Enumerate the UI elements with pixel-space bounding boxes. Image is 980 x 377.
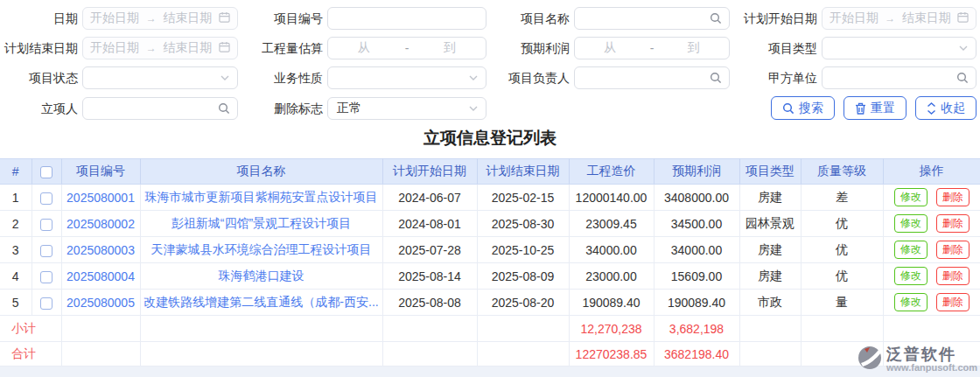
edit-button[interactable]: 修改 bbox=[894, 214, 928, 233]
project-type-select[interactable] bbox=[822, 37, 976, 59]
start-date-placeholder: 开始日期 bbox=[90, 10, 139, 26]
edit-button[interactable]: 修改 bbox=[894, 188, 928, 206]
plan-start-range-picker[interactable]: 开始日期 → 结束日期 bbox=[822, 7, 976, 30]
plan-start-date: 2025-08-14 bbox=[382, 263, 477, 290]
row-checkbox[interactable] bbox=[40, 245, 52, 257]
initiator-input[interactable] bbox=[83, 98, 218, 119]
expected-profit: 190089.40 bbox=[654, 290, 739, 316]
expected-profit: 3408000.00 bbox=[654, 185, 739, 211]
col-project-name: 项目名称 bbox=[140, 159, 382, 185]
row-checkbox[interactable] bbox=[40, 297, 52, 310]
project-code-link[interactable]: 2025080004 bbox=[66, 269, 135, 283]
project-name-input[interactable] bbox=[575, 8, 710, 29]
expected-profit: 15609.00 bbox=[654, 263, 739, 290]
table-header-row: # 项目编号 项目名称 计划开始日期 计划结束日期 工程造价 预期利润 项目类型… bbox=[0, 159, 980, 185]
trash-icon bbox=[855, 102, 866, 115]
select-all-checkbox[interactable] bbox=[40, 166, 52, 178]
search-icon[interactable] bbox=[218, 102, 230, 115]
project-list-table: # 项目编号 项目名称 计划开始日期 计划结束日期 工程造价 预期利润 项目类型… bbox=[0, 158, 980, 367]
plan-end-date: 2025-08-20 bbox=[477, 290, 569, 316]
client-unit-input[interactable] bbox=[822, 67, 956, 88]
delete-flag-value: 正常 bbox=[328, 101, 468, 116]
quality-grade: 优 bbox=[801, 237, 883, 263]
delete-flag-select[interactable]: 正常 bbox=[327, 97, 486, 120]
initiator-field-wrap bbox=[82, 97, 238, 120]
plan-end-range-picker[interactable]: 开始日期 → 结束日期 bbox=[82, 37, 238, 59]
business-nature-select[interactable] bbox=[327, 66, 486, 89]
vendor-watermark: 泛普软件 www.fanpusoft.com bbox=[856, 344, 977, 375]
search-button[interactable]: 搜索 bbox=[771, 96, 835, 120]
project-cost: 34000.00 bbox=[569, 237, 654, 263]
project-code-link[interactable]: 2025080003 bbox=[66, 243, 135, 257]
quantity-estimate-range[interactable]: 从 - 到 bbox=[327, 37, 486, 59]
collapse-button[interactable]: 收起 bbox=[915, 96, 976, 120]
project-cost: 23000.00 bbox=[569, 263, 654, 290]
subtotal-row: 小计 12,270,238 3,682,198 bbox=[0, 316, 980, 342]
plan-end-date: 2025-08-09 bbox=[477, 263, 569, 290]
search-icon bbox=[782, 102, 794, 115]
project-type: 房建 bbox=[739, 263, 801, 290]
expected-profit: 34500.00 bbox=[654, 211, 739, 237]
subtotal-label: 小计 bbox=[0, 316, 61, 342]
initiator-label: 立项人 bbox=[4, 97, 78, 120]
arrow-right-icon: → bbox=[146, 42, 157, 54]
edit-button[interactable]: 修改 bbox=[894, 293, 928, 311]
search-icon[interactable] bbox=[956, 72, 969, 84]
edit-button[interactable]: 修改 bbox=[894, 241, 928, 259]
project-manager-field-wrap bbox=[574, 66, 730, 89]
delete-button[interactable]: 删除 bbox=[936, 241, 970, 259]
project-code-link[interactable]: 2025080002 bbox=[66, 217, 135, 231]
project-initiation-list-page: 日期 开始日期 → 结束日期 项目编号 项目名称 计划开始日期 开始日期 → 结… bbox=[0, 0, 980, 377]
quality-grade: 差 bbox=[801, 185, 883, 211]
table-row: 4 2025080004 珠海鹤港口建设 2025-08-14 2025-08-… bbox=[0, 263, 980, 290]
delete-button[interactable]: 删除 bbox=[936, 293, 970, 311]
plan-end-label: 计划结束日期 bbox=[4, 37, 78, 59]
edit-button[interactable]: 修改 bbox=[894, 267, 928, 285]
date-range-picker[interactable]: 开始日期 → 结束日期 bbox=[82, 7, 238, 30]
row-index: 4 bbox=[0, 263, 32, 290]
project-code-link[interactable]: 2025080001 bbox=[66, 191, 135, 205]
calendar-icon bbox=[219, 11, 230, 25]
total-row: 合计 12270238.85 3682198.40 bbox=[0, 342, 980, 367]
reset-button[interactable]: 重置 bbox=[844, 96, 906, 120]
expected-profit: 34000.00 bbox=[654, 237, 739, 263]
total-cost: 12270238.85 bbox=[569, 342, 654, 367]
project-manager-input[interactable] bbox=[575, 67, 710, 88]
row-checkbox[interactable] bbox=[40, 219, 52, 231]
row-index: 2 bbox=[0, 211, 32, 237]
business-nature-label: 业务性质 bbox=[242, 66, 323, 89]
table-row: 5 2025080005 改建铁路线增建第二线直通线（成都-西安... 2025… bbox=[0, 290, 980, 316]
project-cost: 12000140.00 bbox=[569, 185, 654, 211]
project-code-link[interactable]: 2025080005 bbox=[66, 296, 135, 310]
table-summary: 小计 12,270,238 3,682,198 合计 12270238.85 3… bbox=[0, 316, 980, 367]
delete-button[interactable]: 删除 bbox=[936, 188, 970, 206]
page-title: 立项信息登记列表 bbox=[0, 125, 980, 151]
project-code-field-wrap bbox=[327, 7, 486, 30]
project-name-link[interactable]: 珠海市城市更新项目紫桐苑安置点设计项目 bbox=[145, 190, 378, 204]
project-name-link[interactable]: 珠海鹤港口建设 bbox=[219, 269, 304, 283]
total-label: 合计 bbox=[0, 342, 61, 367]
project-name-link[interactable]: 彭祖新城“四馆”景观工程设计项目 bbox=[172, 216, 351, 230]
project-type: 市政 bbox=[739, 290, 801, 316]
up-down-arrows-icon bbox=[927, 102, 936, 115]
col-plan-start: 计划开始日期 bbox=[382, 159, 477, 185]
plan-end-date: 2025-02-15 bbox=[477, 185, 569, 211]
delete-flag-label: 删除标志 bbox=[242, 97, 323, 120]
row-checkbox[interactable] bbox=[40, 271, 52, 283]
calendar-icon bbox=[219, 41, 230, 55]
subtotal-profit: 3,682,198 bbox=[654, 316, 739, 342]
date-label: 日期 bbox=[4, 7, 78, 30]
row-checkbox[interactable] bbox=[40, 192, 52, 205]
project-status-select[interactable] bbox=[82, 66, 238, 89]
client-unit-field-wrap bbox=[822, 66, 976, 89]
calendar-icon bbox=[957, 11, 969, 25]
project-code-input[interactable] bbox=[328, 8, 486, 29]
project-name-link[interactable]: 改建铁路线增建第二线直通线（成都-西安... bbox=[144, 295, 378, 309]
project-name-link[interactable]: 天津蒙城县水环境综合治理工程设计项目 bbox=[151, 242, 372, 256]
search-icon[interactable] bbox=[710, 12, 722, 24]
delete-button[interactable]: 删除 bbox=[936, 214, 970, 233]
delete-button[interactable]: 删除 bbox=[936, 267, 970, 285]
watermark-brand: 泛普软件 bbox=[886, 346, 977, 363]
search-icon[interactable] bbox=[710, 72, 722, 84]
expected-profit-range[interactable]: 从 - 到 bbox=[574, 37, 730, 59]
